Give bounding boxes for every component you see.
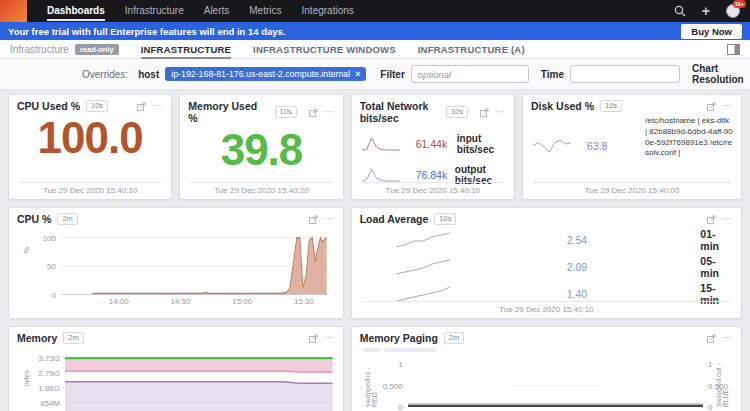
y-axis-tick: 1 [398,360,407,369]
resolution-badge: 10s [86,100,108,112]
memory-plot[interactable]: bytes 3.73G2.79G1.86G954M0 [65,352,333,411]
y-axis-tick: 1.86G [38,384,65,393]
resolution-badge: 10s [275,106,297,118]
disk-used-card[interactable]: Disk Used % 10s ⋯ 63.8 /etc/hostname | e… [522,94,742,200]
load-15-value: 1.40 [567,288,606,300]
card-title: Total Network bits/sec [360,100,440,124]
notification-badge: 10+ [733,0,746,8]
time-label: Time [541,69,564,80]
cpu-area-chart [61,233,327,295]
top-nav: Dashboards Infrastructure Alerts Metrics… [0,0,750,22]
output-sparkline [360,167,402,183]
faint-legend [362,348,733,353]
load-05-sparkline [394,258,452,276]
y-axis-tick: 954M [40,399,65,408]
y-axis-tick: 0 [398,403,407,411]
dashboard-tabs-row: Infrastructure read-only INFRASTRUCTURE … [0,40,750,59]
load-01-value: 2.54 [567,234,606,246]
cpu-percent-plot[interactable]: % 10050014:0014:3015:0015:30 [61,233,327,295]
search-icon[interactable] [674,5,686,17]
create-icon[interactable]: + [702,4,710,18]
trial-banner: Your free trial with full Enterprise fea… [0,22,750,40]
user-avatar[interactable]: 10+ [726,4,740,18]
load-row-01min: 2.54 01-min [360,228,733,252]
x-axis-tick: 15:30 [294,297,314,306]
cpu-percent-card[interactable]: CPU % 2m ⋯ % 10050014:0014:3015:0015:30 [8,207,344,319]
open-chart-icon[interactable] [707,334,716,343]
tab-infrastructure[interactable]: INFRASTRUCTURE [141,40,231,59]
wavefront-logo[interactable] [0,0,27,22]
card-title: CPU % [17,213,51,225]
open-chart-icon[interactable] [309,334,318,343]
load-01-label: 01-min [700,228,733,252]
chart-timestamp: Tue 29 Dec 2020 15:40:10 [362,182,504,195]
disk-mount-text: /etc/hostname | eks-dltk | 82b88b9d-6dbd… [645,116,733,159]
memory-card[interactable]: Memory 2m ⋯ bytes 3.73G2.79G1.86G954M0 [8,326,344,411]
filter-label: Filter [380,69,404,80]
chart-timestamp: Tue 29 Dec 2020 15:40:10 [19,182,161,195]
resolution-badge: 2m [444,332,464,344]
nav-item-integrations[interactable]: Integrations [302,0,354,22]
chart-menu-icon[interactable]: ⋯ [722,335,733,341]
trial-banner-text: Your free trial with full Enterprise fea… [8,26,681,37]
nav-item-alerts[interactable]: Alerts [204,0,230,22]
side-panel-toggle-icon[interactable] [727,44,740,55]
remove-tag-icon[interactable]: × [355,69,360,79]
memory-paging-chart [408,359,703,407]
output-value: 76.84k [416,169,449,181]
resolution-badge: 2m [63,332,83,344]
input-label: input bits/sec [457,133,506,155]
card-title: Disk Used % [531,100,594,112]
load-average-card[interactable]: Load Average 10s ⋯ 2.54 01-min 2.09 05-m… [351,207,742,319]
input-value: 61.44k [416,138,451,150]
x-axis-tick: 15:00 [232,297,252,306]
chart-menu-icon[interactable]: ⋯ [495,109,506,115]
cpu-used-card[interactable]: CPU Used % 10s ⋯ 100.0 Tue 29 Dec 2020 1… [8,94,172,200]
tab-infrastructure-a[interactable]: INFRASTRUCTURE (A) [418,40,525,59]
chart-menu-icon[interactable]: ⋯ [722,103,733,109]
overrides-bar: Overrides: host ip-192-168-81-176.us-eas… [0,59,750,90]
y-axis-tick: 0 [703,403,712,411]
chart-menu-icon[interactable]: ⋯ [324,335,335,341]
buy-now-button[interactable]: Buy Now [681,24,742,39]
nav-item-dashboards[interactable]: Dashboards [47,0,105,22]
host-tag-value: ip-192-168-81-176.us-east-2.compute.inte… [171,69,350,79]
chart-menu-icon[interactable]: ⋯ [722,216,733,222]
memory-paging-plot[interactable]: swapped in - RED swapped out - BLUE 10.5… [408,359,703,407]
open-chart-icon[interactable] [309,215,318,224]
chart-menu-icon[interactable]: ⋯ [324,109,335,115]
y-axis-tick: 0 [52,291,61,300]
filter-input[interactable] [411,65,529,83]
readonly-badge: read-only [75,44,119,55]
nav-item-metrics[interactable]: Metrics [249,0,281,22]
open-chart-icon[interactable] [707,215,716,224]
chart-timestamp: Tue 29 Dec 2020 15:40:10 [362,301,731,314]
resolution-badge: 10s [434,213,456,225]
open-chart-icon[interactable] [309,108,318,117]
nav-item-infrastructure[interactable]: Infrastructure [125,0,184,22]
time-input[interactable] [570,65,680,83]
dashboard-name: Infrastructure [10,44,69,55]
load-05-value: 2.09 [567,261,606,273]
y-axis-tick: 100 [43,234,61,243]
y-axis-label: bytes [23,370,30,387]
open-chart-icon[interactable] [137,102,146,111]
host-tag[interactable]: ip-192-168-81-176.us-east-2.compute.inte… [165,67,366,81]
y-axis-tick: 3.73G [38,354,65,363]
y-axis-tick: 0.500 [703,382,728,391]
y-axis-tick: 2.79G [38,369,65,378]
card-title: Memory Used % [188,100,268,124]
resolution-badge: 10s [446,106,468,118]
tab-infrastructure-windows[interactable]: INFRASTRUCTURE WINDOWS [253,40,396,59]
network-card[interactable]: Total Network bits/sec 10s ⋯ 61.44k inpu… [351,94,515,200]
y-axis-label: % [23,247,30,253]
y-axis-tick: 50 [47,262,61,271]
memory-paging-card[interactable]: Memory Paging 2m ⋯ swapped in - RED swap… [351,326,742,411]
memory-used-value: 39.8 [188,128,334,172]
chart-menu-icon[interactable]: ⋯ [152,103,163,109]
open-chart-icon[interactable] [480,108,489,117]
open-chart-icon[interactable] [707,102,716,111]
memory-used-card[interactable]: Memory Used % 10s ⋯ 39.8 Tue 29 Dec 2020… [179,94,343,200]
chart-menu-icon[interactable]: ⋯ [324,216,335,222]
y-axis-tick: 0.500 [383,382,408,391]
